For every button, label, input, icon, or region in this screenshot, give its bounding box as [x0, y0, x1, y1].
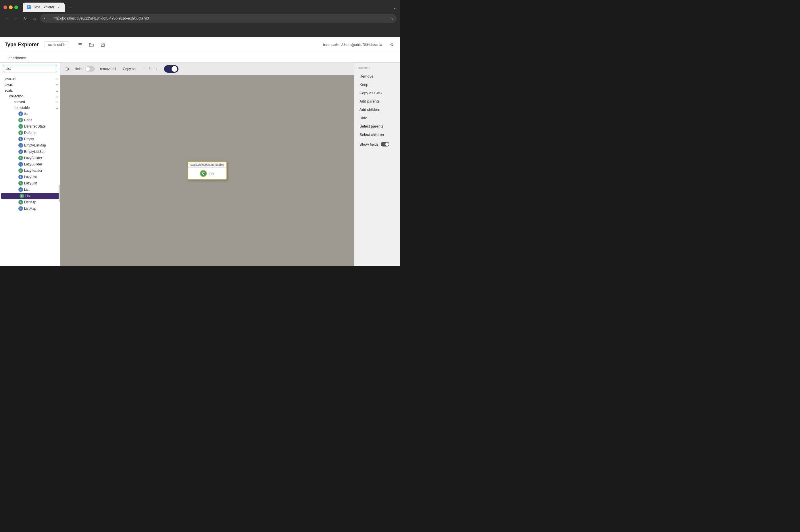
sidebar-item-lazy-iterator[interactable]: c LazyIterator [0, 168, 60, 174]
class-badge: c [18, 168, 23, 173]
sidebar-item-lazy-list-c[interactable]: c LazyList [0, 180, 60, 186]
traffic-lights [3, 5, 18, 9]
base-path-area: base path: /Users/jpablo/GitHub/scala [323, 43, 382, 47]
active-tab[interactable]: T Type Explorer ✕ [23, 3, 64, 12]
sidebar-item-empty-list-map[interactable]: o EmptyListMap [0, 142, 60, 149]
refresh-button[interactable]: ↻ [22, 15, 29, 22]
keep-button[interactable]: Keep [357, 81, 398, 89]
sidebar-item-immutable[interactable]: immutable ▴ [0, 105, 60, 111]
minimize-window-button[interactable] [9, 5, 13, 9]
folder-save-icon-button[interactable] [99, 41, 107, 49]
graph-canvas[interactable]: scala.collection.immutable C List [60, 75, 354, 266]
show-fields-toggle[interactable] [381, 142, 389, 147]
maximize-window-button[interactable] [14, 5, 18, 9]
sidebar-item-list-map-o[interactable]: o ListMap [0, 205, 60, 212]
graph-options-icon-button[interactable] [64, 65, 72, 73]
url-text: http://localhost:8090/225d4184-6df0-478d… [50, 16, 149, 20]
tab-overflow-button[interactable]: ⌄ [393, 5, 396, 10]
header-icons: ☰ [76, 41, 107, 49]
sidebar-item-lazy-list-o[interactable]: o LazyList [0, 174, 60, 180]
sidebar-item-empty-list-set[interactable]: o EmptyListSet [0, 149, 60, 155]
list-map-o-label: ListMap [24, 207, 36, 211]
forward-button[interactable]: → [13, 15, 20, 22]
back-button[interactable]: ← [3, 15, 10, 22]
sidebar-item-lazy-builder-c[interactable]: c LazyBuilder [0, 155, 60, 161]
zoom-controls: − fit + [141, 66, 159, 72]
sidebar-item-list-selected[interactable]: c List [1, 193, 59, 199]
remove-button[interactable]: Remove [357, 72, 398, 80]
deferred-state-label: DeferredState [24, 125, 46, 128]
stdlib-badge[interactable]: scala stdlib [44, 41, 69, 48]
node-class-badge: C [200, 170, 207, 177]
chevron-up-icon: ▴ [56, 95, 58, 98]
sidebar-item-empty[interactable]: o Empty [0, 136, 60, 142]
dark-mode-toggle[interactable] [164, 65, 179, 73]
scrollbar-thumb [59, 185, 60, 202]
address-bar: ← → ↻ ⌂ ● http://localhost:8090/225d4184… [0, 12, 400, 25]
add-children-button[interactable]: Add children [357, 106, 398, 113]
sidebar-item-scala[interactable]: scala ▴ [0, 88, 60, 93]
sidebar: java.util ▾ javax ▾ scala ▴ collection ▴ [0, 63, 60, 266]
sidebar-item-deferred-state[interactable]: c DeferredState [0, 123, 60, 130]
node-card-list[interactable]: scala.collection.immutable C List [188, 162, 227, 180]
toggle-knob [86, 67, 90, 71]
collection-label: collection [9, 94, 23, 98]
sidebar-item-deferrer[interactable]: c Deferrer [0, 130, 60, 136]
sidebar-item-javax[interactable]: javax ▾ [0, 82, 60, 88]
address-input-container[interactable]: ● http://localhost:8090/225d4184-6df0-47… [40, 14, 396, 23]
object-badge: o [18, 143, 23, 148]
class-badge: c [18, 118, 23, 122]
new-tab-button[interactable]: + [67, 3, 74, 11]
home-button[interactable]: ⌂ [31, 15, 38, 22]
tab-title-label: Type Explorer [33, 5, 54, 9]
sidebar-item-list-map-c[interactable]: c ListMap [0, 199, 60, 205]
chevron-down-icon: ▾ [56, 78, 58, 81]
object-badge: o [18, 137, 23, 141]
sidebar-item-lazy-builder-o[interactable]: o LazyBuilder [0, 161, 60, 168]
dark-toggle-knob [171, 66, 177, 72]
copy-as-button[interactable]: Copy as [121, 66, 137, 72]
bookmark-icon[interactable]: ☆ [390, 16, 394, 21]
sidebar-item-collection[interactable]: collection ▴ [0, 93, 60, 99]
copy-as-svg-button[interactable]: Copy as SVG [357, 89, 398, 97]
zoom-minus-button[interactable]: − [141, 66, 147, 72]
show-fields-knob [385, 142, 389, 146]
svg-rect-1 [102, 45, 104, 46]
search-input[interactable] [3, 65, 57, 72]
selection-title: selection [357, 66, 398, 70]
close-window-button[interactable] [3, 5, 7, 9]
object-badge: o [18, 175, 23, 179]
remove-all-button[interactable]: remove all [98, 66, 117, 72]
hide-button[interactable]: Hide [357, 114, 398, 122]
tree-container: java.util ▾ javax ▾ scala ▴ collection ▴ [0, 75, 60, 266]
menu-icon-button[interactable]: ☰ [76, 41, 84, 49]
settings-icon-button[interactable]: ⚙ [388, 41, 395, 49]
sidebar-item-list-o[interactable]: o List [0, 186, 60, 193]
node-body: C List [188, 168, 226, 179]
sidebar-item-java-util[interactable]: java.util ▾ [0, 76, 60, 82]
lock-icon: ● [44, 17, 46, 20]
tab-favicon: T [27, 5, 31, 9]
folder-open-icon-button[interactable] [87, 41, 95, 49]
list-selected-label: List [25, 194, 31, 198]
lazy-builder-o-label: LazyBuilder [24, 162, 42, 166]
selection-panel: selection Remove Keep Copy as SVG Add pa… [354, 63, 400, 266]
tab-close-button[interactable]: ✕ [57, 5, 61, 9]
chevron-down-icon: ▾ [56, 83, 58, 87]
sidebar-item-convert[interactable]: convert ▾ [0, 99, 60, 105]
sidebar-item-hash-cons[interactable]: o #:: [0, 111, 60, 117]
sidebar-item-cons[interactable]: c Cons [0, 117, 60, 123]
zoom-fit-button[interactable]: fit [149, 67, 151, 71]
select-parents-button[interactable]: Select parents [357, 122, 398, 130]
java-util-label: java.util [5, 77, 16, 81]
zoom-plus-button[interactable]: + [153, 66, 160, 72]
empty-list-map-label: EmptyListMap [24, 143, 46, 147]
fields-toggle-switch[interactable] [85, 66, 95, 72]
hash-cons-label: #:: [24, 112, 28, 116]
scala-label: scala [5, 89, 13, 93]
select-children-button[interactable]: Select children [357, 131, 398, 138]
tab-inheritance[interactable]: Inheritance [5, 54, 29, 62]
base-path-label: base path: [323, 43, 339, 47]
app-title: Type Explorer [5, 42, 39, 48]
add-parents-button[interactable]: Add parents [357, 97, 398, 105]
